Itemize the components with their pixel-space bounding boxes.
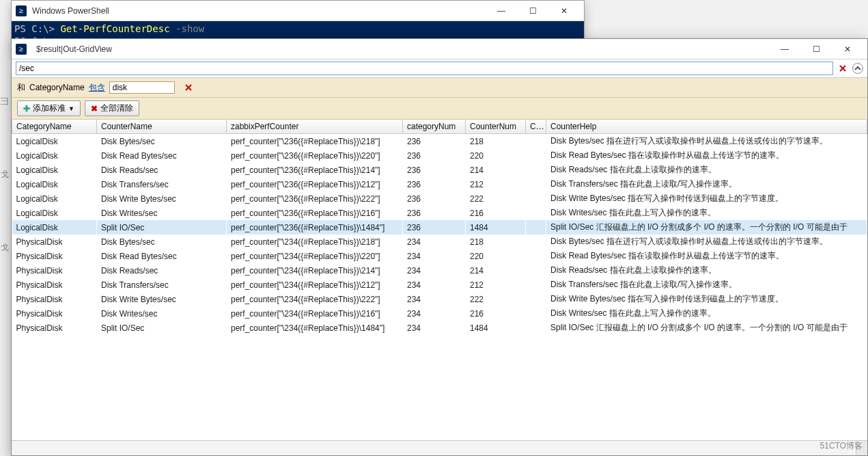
table-row[interactable]: LogicalDiskDisk Reads/secperf_counter["\… — [12, 163, 867, 177]
cell-c — [526, 321, 546, 335]
table-row[interactable]: PhysicalDiskDisk Read Bytes/secperf_coun… — [12, 249, 867, 263]
table-row[interactable]: LogicalDiskDisk Read Bytes/secperf_count… — [12, 148, 867, 163]
grid-scroll-area[interactable]: CategoryNameCounterNamezabbixPerfCounter… — [12, 120, 867, 440]
powershell-icon: ≥ — [16, 44, 27, 55]
criteria-operator-link[interactable]: 包含 — [89, 82, 105, 94]
table-row[interactable]: LogicalDiskSplit IO/Secperf_counter["\23… — [12, 220, 867, 234]
dropdown-caret-icon: ▼ — [68, 105, 74, 112]
remove-criteria-icon[interactable] — [182, 81, 195, 94]
cell-c — [526, 278, 546, 292]
filter-input[interactable] — [16, 62, 833, 75]
cell-zbx: perf_counter["\234({#ReplaceThis})\220"] — [227, 249, 403, 263]
cell-catn: 236 — [403, 191, 466, 206]
criteria-value-input[interactable] — [109, 81, 175, 94]
cell-help: Split IO/Sec 汇报磁盘上的 I/O 分割成多个 I/O 的速率。一个… — [546, 321, 867, 335]
cell-help: Disk Reads/sec 指在此盘上读取操作的速率。 — [546, 263, 867, 278]
cell-catn: 234 — [403, 278, 466, 292]
plus-icon: ✚ — [23, 104, 30, 113]
column-header[interactable]: CounterHelp — [546, 120, 867, 134]
column-header[interactable]: zabbixPerfCounter — [227, 120, 403, 134]
criteria-bar: 和 CategoryName 包含 — [12, 78, 867, 98]
table-row[interactable]: PhysicalDiskDisk Transfers/secperf_count… — [12, 278, 867, 292]
criteria-field: CategoryName — [29, 83, 85, 92]
cell-c — [526, 292, 546, 306]
cell-catn: 234 — [403, 263, 466, 278]
table-row[interactable]: LogicalDiskDisk Bytes/secperf_counter["\… — [12, 134, 867, 149]
maximize-button[interactable]: ☐ — [800, 39, 832, 59]
status-bar — [12, 440, 867, 455]
cell-zbx: perf_counter["\236({#ReplaceThis})\212"] — [227, 177, 403, 191]
cell-c — [526, 220, 546, 234]
cell-c — [526, 177, 546, 191]
cell-c — [526, 148, 546, 163]
cell-help: Disk Bytes/sec 指在进行写入或读取操作时从磁盘上传送或传出的字节速… — [546, 234, 867, 249]
cell-cn: 216 — [466, 306, 526, 321]
table-row[interactable]: PhysicalDiskDisk Reads/secperf_counter["… — [12, 263, 867, 278]
cell-help: Disk Write Bytes/sec 指在写入操作时传送到磁盘上的字节速度。 — [546, 292, 867, 306]
collapse-filter-icon[interactable] — [852, 63, 863, 74]
minimize-button[interactable]: — — [486, 1, 517, 21]
cell-catn: 234 — [403, 306, 466, 321]
table-row[interactable]: LogicalDiskDisk Write Bytes/secperf_coun… — [12, 191, 867, 206]
clear-all-button[interactable]: ✖ 全部清除 — [85, 100, 139, 116]
cell-zbx: perf_counter["\236({#ReplaceThis})\214"] — [227, 163, 403, 177]
maximize-button[interactable]: ☐ — [517, 1, 548, 21]
cell-cn: 220 — [466, 249, 526, 263]
cell-cnt: Disk Bytes/sec — [97, 234, 227, 249]
column-header[interactable]: CounterName — [97, 120, 227, 134]
cell-help: Disk Bytes/sec 指在进行写入或读取操作时从磁盘上传送或传出的字节速… — [546, 134, 867, 149]
cell-cn: 222 — [466, 292, 526, 306]
cell-zbx: perf_counter["\236({#ReplaceThis})\218"] — [227, 134, 403, 149]
cell-cn: 212 — [466, 278, 526, 292]
cell-cat: LogicalDisk — [12, 163, 97, 177]
cell-cn: 218 — [466, 134, 526, 149]
cell-catn: 236 — [403, 134, 466, 149]
cell-cat: PhysicalDisk — [12, 306, 97, 321]
cell-help: Disk Read Bytes/sec 指在读取操作时从磁盘上传送字节的速率。 — [546, 249, 867, 263]
table-row[interactable]: PhysicalDiskDisk Write Bytes/secperf_cou… — [12, 292, 867, 306]
watermark: 51CTO博客 — [820, 440, 863, 452]
cell-cn: 214 — [466, 263, 526, 278]
powershell-titlebar[interactable]: ≥ Windows PowerShell — ☐ ✕ — [12, 1, 584, 21]
column-header[interactable]: categoryNum — [403, 120, 466, 134]
cell-zbx: perf_counter["\234({#ReplaceThis})\1484"… — [227, 321, 403, 335]
add-criteria-button[interactable]: ✚ 添加标准 ▼ — [17, 100, 81, 116]
table-row[interactable]: LogicalDiskDisk Transfers/secperf_counte… — [12, 177, 867, 191]
cell-c — [526, 249, 546, 263]
cell-zbx: perf_counter["\234({#ReplaceThis})\222"] — [227, 292, 403, 306]
close-button[interactable]: ✕ — [832, 39, 863, 59]
column-header[interactable]: CounterNum — [466, 120, 526, 134]
cell-cnt: Disk Write Bytes/sec — [97, 292, 227, 306]
cell-cn: 222 — [466, 191, 526, 206]
cell-cat: PhysicalDisk — [12, 292, 97, 306]
cell-cnt: Disk Reads/sec — [97, 163, 227, 177]
column-header[interactable]: C... — [526, 120, 546, 134]
gridview-titlebar[interactable]: ≥ $result|Out-GridView — ☐ ✕ — [12, 39, 867, 59]
clear-filter-icon[interactable] — [836, 62, 850, 75]
cell-zbx: perf_counter["\234({#ReplaceThis})\214"] — [227, 263, 403, 278]
column-header[interactable]: CategoryName — [12, 120, 97, 134]
cell-zbx: perf_counter["\236({#ReplaceThis})\1484"… — [227, 220, 403, 234]
table-row[interactable]: LogicalDiskDisk Writes/secperf_counter["… — [12, 206, 867, 220]
table-row[interactable]: PhysicalDiskDisk Writes/secperf_counter[… — [12, 306, 867, 321]
cell-cn: 216 — [466, 206, 526, 220]
table-row[interactable]: PhysicalDiskDisk Bytes/secperf_counter["… — [12, 234, 867, 249]
cell-cn: 218 — [466, 234, 526, 249]
cell-cnt: Disk Read Bytes/sec — [97, 249, 227, 263]
cell-help: Split IO/Sec 汇报磁盘上的 I/O 分割成多个 I/O 的速率。一个… — [546, 220, 867, 234]
close-button[interactable]: ✕ — [548, 1, 580, 21]
cell-cnt: Disk Transfers/sec — [97, 278, 227, 292]
minimize-button[interactable]: — — [769, 39, 800, 59]
table-row[interactable]: PhysicalDiskSplit IO/Secperf_counter["\2… — [12, 321, 867, 335]
cell-zbx: perf_counter["\234({#ReplaceThis})\212"] — [227, 278, 403, 292]
cell-cnt: Split IO/Sec — [97, 321, 227, 335]
cell-cat: PhysicalDisk — [12, 278, 97, 292]
cell-cat: PhysicalDisk — [12, 321, 97, 335]
cell-c — [526, 206, 546, 220]
cell-catn: 234 — [403, 234, 466, 249]
cell-zbx: perf_counter["\236({#ReplaceThis})\220"] — [227, 148, 403, 163]
cell-catn: 234 — [403, 321, 466, 335]
criteria-toolbar: ✚ 添加标准 ▼ ✖ 全部清除 — [12, 98, 867, 120]
cell-zbx: perf_counter["\234({#ReplaceThis})\218"] — [227, 234, 403, 249]
cell-cat: LogicalDisk — [12, 191, 97, 206]
